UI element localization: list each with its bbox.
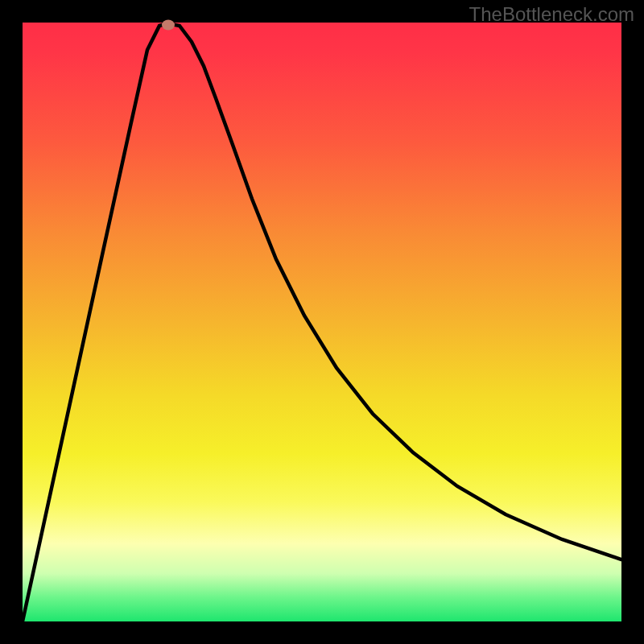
watermark-text: TheBottleneck.com: [469, 3, 634, 26]
chart-frame: [0, 0, 644, 644]
plot-area: [23, 23, 621, 621]
bottleneck-curve: [23, 23, 621, 621]
optimal-point-marker: [162, 20, 175, 31]
